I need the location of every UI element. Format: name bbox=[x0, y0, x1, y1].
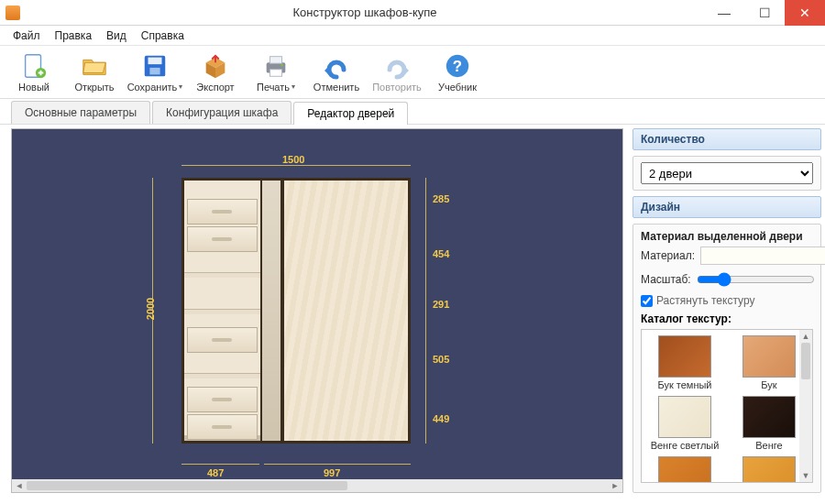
printer-icon bbox=[261, 51, 291, 81]
dim-bottom-left: 487 bbox=[207, 467, 224, 478]
material-input[interactable] bbox=[700, 247, 825, 265]
texture-item[interactable] bbox=[647, 456, 722, 483]
floppy-icon bbox=[140, 51, 170, 81]
texture-swatch bbox=[658, 456, 711, 483]
redo-button[interactable]: Повторить bbox=[370, 51, 424, 93]
catalog-scrollbar[interactable]: ▲ ▼ bbox=[799, 330, 812, 482]
catalog-title: Каталог текстур: bbox=[641, 312, 813, 325]
menu-edit[interactable]: Правка bbox=[48, 27, 100, 44]
scale-label: Масштаб: bbox=[641, 273, 691, 286]
folder-open-icon bbox=[80, 51, 109, 81]
shelf bbox=[184, 373, 260, 378]
maximize-button[interactable]: ☐ bbox=[744, 0, 785, 26]
export-button[interactable]: Экспорт bbox=[189, 51, 242, 93]
new-button[interactable]: Новый bbox=[7, 51, 60, 93]
print-label: Печать bbox=[257, 82, 290, 93]
dim-seg-0: 285 bbox=[433, 193, 449, 204]
minimize-button[interactable]: — bbox=[704, 0, 744, 26]
texture-item[interactable]: Бук темный bbox=[647, 335, 722, 390]
dim-seg-2: 291 bbox=[433, 299, 449, 310]
wardrobe[interactable] bbox=[182, 178, 411, 444]
dim-seg-3: 505 bbox=[433, 354, 449, 365]
material-section-title: Материал выделенной двери bbox=[641, 230, 813, 243]
door-count-select[interactable]: 2 двери bbox=[641, 162, 813, 184]
help-icon: ? bbox=[443, 51, 472, 81]
quantity-header: Количество bbox=[632, 128, 821, 150]
save-label: Сохранить bbox=[127, 82, 178, 93]
chevron-down-icon[interactable]: ▾ bbox=[179, 82, 182, 91]
menubar: Файл Правка Вид Справка bbox=[0, 26, 825, 46]
wardrobe-door[interactable] bbox=[282, 181, 408, 441]
box-export-icon bbox=[201, 51, 230, 81]
drawer bbox=[187, 199, 258, 225]
tab-config[interactable]: Конфигурация шкафа bbox=[152, 101, 292, 124]
scroll-right-icon[interactable]: ► bbox=[608, 479, 622, 492]
scale-slider[interactable] bbox=[697, 272, 815, 287]
drawer bbox=[187, 414, 258, 440]
dim-height-total: 2000 bbox=[145, 298, 156, 320]
tutorial-label: Учебник bbox=[438, 82, 477, 93]
horizontal-scrollbar[interactable]: ◄ ► bbox=[12, 479, 622, 492]
open-button[interactable]: Открыть bbox=[68, 51, 121, 93]
app-icon bbox=[6, 5, 20, 20]
svg-rect-3 bbox=[148, 58, 162, 65]
wardrobe-left-section bbox=[184, 181, 260, 441]
svg-rect-4 bbox=[149, 68, 160, 75]
wardrobe-rail-section bbox=[260, 181, 282, 441]
texture-item[interactable]: Венге bbox=[732, 396, 807, 451]
svg-text:?: ? bbox=[453, 58, 462, 75]
toolbar: Новый Открыть Сохранить▾ Экспорт Печать▾… bbox=[0, 46, 825, 99]
redo-icon bbox=[382, 51, 412, 81]
material-label: Материал: bbox=[641, 249, 695, 262]
file-new-icon bbox=[19, 51, 49, 81]
scroll-thumb[interactable] bbox=[27, 481, 347, 490]
scroll-left-icon[interactable]: ◄ bbox=[12, 479, 27, 492]
dim-seg-4: 449 bbox=[433, 413, 449, 424]
undo-button[interactable]: Отменить bbox=[310, 51, 363, 93]
stretch-label: Растянуть текстуру bbox=[656, 294, 754, 307]
texture-swatch bbox=[742, 396, 796, 438]
tab-doors[interactable]: Редактор дверей bbox=[293, 102, 408, 125]
menu-view[interactable]: Вид bbox=[99, 27, 134, 44]
texture-item[interactable]: Венге светлый bbox=[647, 396, 722, 451]
open-label: Открыть bbox=[74, 82, 114, 93]
shelf bbox=[184, 309, 260, 314]
drawer bbox=[187, 327, 258, 353]
scroll-down-icon[interactable]: ▼ bbox=[799, 469, 812, 482]
chevron-down-icon[interactable]: ▾ bbox=[292, 82, 295, 91]
menu-help[interactable]: Справка bbox=[134, 27, 192, 44]
stretch-checkbox[interactable] bbox=[641, 295, 653, 307]
texture-caption: Венге bbox=[755, 440, 782, 451]
texture-swatch bbox=[658, 396, 711, 438]
window-title: Конструктор шкафов-купе bbox=[292, 5, 436, 19]
tutorial-button[interactable]: ? Учебник bbox=[431, 51, 484, 93]
texture-item[interactable] bbox=[732, 456, 807, 483]
design-header: Дизайн bbox=[632, 196, 821, 218]
texture-swatch bbox=[742, 335, 796, 378]
scroll-thumb[interactable] bbox=[801, 343, 810, 379]
print-button[interactable]: Печать▾ bbox=[249, 51, 302, 93]
dim-width-total: 1500 bbox=[282, 154, 304, 165]
texture-swatch bbox=[658, 335, 711, 378]
texture-caption: Бук bbox=[761, 379, 776, 390]
dim-bottom-right: 997 bbox=[324, 467, 340, 478]
texture-caption: Бук темный bbox=[657, 379, 711, 390]
texture-swatch bbox=[742, 456, 796, 483]
new-label: Новый bbox=[18, 82, 50, 93]
drawer bbox=[187, 387, 258, 412]
close-button[interactable]: ✕ bbox=[785, 0, 825, 26]
shelf bbox=[184, 272, 260, 278]
svg-rect-6 bbox=[270, 57, 281, 64]
design-canvas[interactable]: 1500 2000 487 bbox=[11, 128, 623, 493]
side-panel: Количество 2 двери Дизайн Материал выдел… bbox=[632, 128, 821, 493]
scroll-up-icon[interactable]: ▲ bbox=[799, 330, 812, 343]
tabs: Основные параметры Конфигурация шкафа Ре… bbox=[0, 99, 825, 125]
dim-seg-1: 454 bbox=[433, 248, 449, 259]
texture-item[interactable]: Бук bbox=[732, 335, 807, 390]
redo-label: Повторить bbox=[372, 82, 422, 93]
texture-catalog: Бук темныйБукВенге светлыйВенге ▲ ▼ bbox=[641, 329, 813, 483]
tab-params[interactable]: Основные параметры bbox=[11, 101, 150, 124]
save-button[interactable]: Сохранить▾ bbox=[128, 51, 182, 93]
menu-file[interactable]: Файл bbox=[6, 27, 48, 44]
svg-point-8 bbox=[280, 64, 283, 67]
